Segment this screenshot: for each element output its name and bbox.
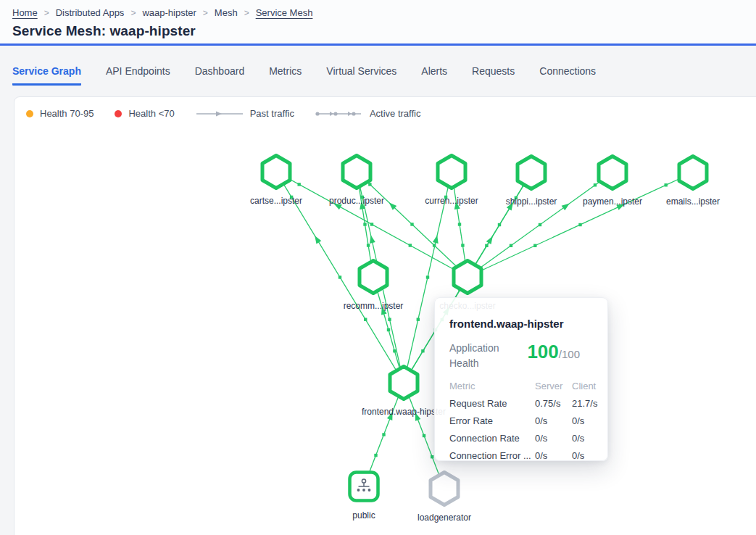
legend-active-traffic-icon	[315, 109, 363, 118]
tab-metrics[interactable]: Metrics	[269, 65, 302, 86]
node-label-public: public	[352, 510, 375, 521]
tooltip-table-cell: 0/s	[535, 415, 568, 426]
node-paymentservice[interactable]: paymen...ipster	[596, 154, 629, 191]
tab-requests[interactable]: Requests	[472, 65, 515, 86]
legend-label: Active traffic	[370, 108, 421, 119]
node-label-emailservice: emails...ipster	[666, 196, 720, 207]
legend-past-traffic-icon	[196, 109, 244, 118]
tab-api-endpoints[interactable]: API Endpoints	[106, 65, 170, 86]
tooltip-table-cell: 0/s	[572, 415, 603, 426]
breadcrumb-item-distributed-apps[interactable]: Distributed Apps	[56, 7, 125, 18]
tooltip-health-value: 100	[527, 341, 558, 362]
tooltip-table-cell: 0/s	[572, 450, 603, 461]
node-label-paymentservice: paymen...ipster	[583, 196, 642, 207]
tooltip-table-row: Error Rate0/s0/s	[449, 415, 593, 426]
service-hexagon-icon	[676, 154, 710, 191]
node-loadgenerator[interactable]: loadgenerator	[428, 470, 461, 507]
tooltip-table-cell: Server	[535, 381, 568, 391]
node-label-productcatalog: produc...ipster	[329, 196, 384, 206]
node-label-currencyservice: curren...ipster	[425, 196, 478, 206]
legend-item-active-traffic: Active traffic	[315, 108, 421, 119]
tooltip-table-cell: Connection Rate	[449, 433, 531, 444]
service-graph-panel: Health 70-95Health <70Past trafficActive…	[14, 96, 756, 535]
breadcrumb-separator: >	[244, 8, 249, 18]
node-productcatalog[interactable]: produc...ipster	[340, 153, 373, 191]
tab-alerts[interactable]: Alerts	[421, 65, 447, 86]
breadcrumb-item-service-mesh[interactable]: Service Mesh	[256, 7, 313, 18]
tooltip-table-row: Connection Error ...0/s0/s	[449, 450, 593, 461]
service-hexagon-icon	[340, 153, 373, 191]
tooltip-table-cell: 0.75/s	[535, 398, 568, 409]
tab-connections[interactable]: Connections	[539, 65, 596, 86]
tooltip-table-row: Connection Rate0/s0/s	[449, 433, 593, 444]
tooltip-table-cell: Connection Error ...	[449, 450, 531, 461]
node-recommendation[interactable]: recomm...ipster	[357, 258, 390, 296]
legend-item-past-traffic: Past traffic	[196, 108, 294, 119]
service-hexagon-icon	[387, 364, 420, 402]
legend-label: Past traffic	[250, 108, 294, 119]
tab-virtual-services[interactable]: Virtual Services	[326, 65, 396, 86]
tooltip-table-cell: 0/s	[535, 450, 568, 461]
breadcrumb-separator: >	[203, 8, 208, 18]
node-public[interactable]: public	[347, 468, 381, 505]
service-hexagon-icon	[357, 258, 390, 296]
tooltip-table-cell: 0/s	[535, 433, 568, 444]
node-emailservice[interactable]: emails...ipster	[676, 154, 710, 191]
service-hexagon-icon	[451, 258, 484, 296]
node-shippingservice[interactable]: shippi...ipster	[515, 154, 548, 191]
gateway-square-icon	[347, 468, 381, 505]
edge-checkout-to-emailservice	[468, 173, 693, 277]
node-label-frontend: frontend.waap-hipster	[362, 407, 446, 417]
tooltip-service-name: frontend.waap-hipster	[449, 318, 593, 330]
service-hexagon-icon	[515, 154, 548, 191]
legend-health-dot-icon	[26, 110, 33, 117]
node-cartservice[interactable]: cartse...ipster	[259, 153, 293, 191]
service-hexagon-icon	[428, 470, 461, 507]
legend-item-health-70-95: Health 70-95	[26, 108, 94, 119]
breadcrumb-separator: >	[44, 8, 49, 18]
node-currencyservice[interactable]: curren...ipster	[435, 153, 468, 191]
tab-dashboard[interactable]: Dashboard	[195, 65, 245, 86]
breadcrumb: Home>Distributed Apps>waap-hipster>Mesh>…	[12, 0, 756, 18]
service-graph-canvas[interactable]: cartse...ipsterproduc...ipstercurren...i…	[14, 97, 756, 535]
tooltip-table-cell: Client	[572, 381, 603, 391]
service-hexagon-icon	[596, 154, 629, 191]
page-title: Service Mesh: waap-hipster	[12, 23, 756, 39]
legend-item-health-70: Health <70	[115, 108, 174, 119]
tooltip-health: Application Health 100/100	[449, 341, 593, 371]
graph-legend: Health 70-95Health <70Past trafficActive…	[26, 108, 420, 119]
tooltip-table-header: MetricServerClient	[449, 381, 593, 391]
breadcrumb-item-home[interactable]: Home	[12, 7, 38, 18]
legend-label: Health <70	[128, 108, 174, 119]
tooltip-table-cell: Error Rate	[449, 415, 531, 426]
node-frontend[interactable]: frontend.waap-hipster	[387, 364, 420, 402]
legend-health-dot-icon	[115, 110, 122, 117]
node-checkout[interactable]: checko...ipster	[451, 258, 484, 296]
legend-label: Health 70-95	[40, 108, 94, 119]
tooltip-table-cell: Metric	[449, 381, 531, 391]
tooltip-table-cell: 0/s	[572, 433, 603, 444]
node-tooltip: frontend.waap-hipster Application Health…	[434, 297, 608, 461]
breadcrumb-separator: >	[130, 8, 136, 18]
tooltip-health-score: 100/100	[527, 341, 593, 363]
tooltip-health-label: Application Health	[449, 341, 516, 371]
service-hexagon-icon	[259, 153, 293, 191]
node-label-shippingservice: shippi...ipster	[506, 196, 557, 207]
node-label-cartservice: cartse...ipster	[250, 196, 302, 206]
breadcrumb-item-waap-hipster[interactable]: waap-hipster	[142, 7, 196, 18]
tooltip-table-cell: 21.7/s	[572, 398, 603, 409]
tab-bar: Service GraphAPI EndpointsDashboardMetri…	[0, 48, 756, 96]
service-hexagon-icon	[435, 153, 468, 191]
breadcrumb-item-mesh[interactable]: Mesh	[215, 7, 238, 18]
tooltip-metrics-table: MetricServerClientRequest Rate0.75/s21.7…	[449, 381, 593, 461]
tab-service-graph[interactable]: Service Graph	[12, 65, 81, 86]
traffic-edges	[14, 97, 756, 535]
node-label-loadgenerator: loadgenerator	[418, 513, 471, 523]
tooltip-health-max: /100	[559, 348, 580, 360]
node-label-recommendation: recomm...ipster	[344, 301, 404, 311]
tooltip-table-row: Request Rate0.75/s21.7/s	[449, 398, 593, 409]
tooltip-table-cell: Request Rate	[449, 398, 531, 409]
page-header: Home>Distributed Apps>waap-hipster>Mesh>…	[0, 0, 756, 46]
